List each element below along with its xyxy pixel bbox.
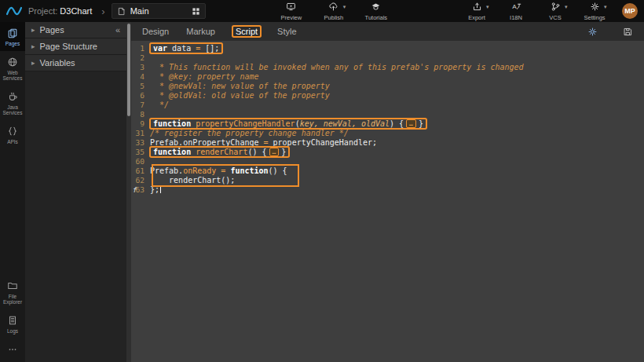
code-fold-marker[interactable]: … [406,119,416,128]
code-line-33[interactable]: 33Prefab.onPropertyChange = propertyChan… [131,138,644,148]
grid-icon[interactable] [192,7,200,16]
code-fold-marker[interactable]: … [269,148,280,156]
topbar-action-label: Preview [281,14,302,21]
left-rail-items: PagesWeb ServicesJava ServicesAPIs [0,22,25,149]
left-rail: PagesWeb ServicesJava ServicesAPIs File … [0,22,25,362]
rail-item-apis[interactable]: APIs [0,120,25,149]
chevron-right-icon: ▸ [31,42,35,50]
explorer-section-label: Page Structure [40,42,97,51]
topbar-action-label: VCS [549,14,561,21]
code-line-5[interactable]: 5 * @newVal: new value of the property [131,82,644,91]
topbar-action-label: Export [468,14,485,21]
topbar-action-vcs[interactable]: ▾VCS [540,2,570,21]
topbar-action-i18n[interactable]: AI18N [501,2,531,21]
code-line-7[interactable]: 7 */ [131,101,644,110]
rail-item-more[interactable] [0,338,25,362]
line-number: 31 [131,129,150,138]
page-tab-main[interactable]: Main [112,3,206,19]
code-line-9[interactable]: 9function propertyChangeHandler(key, new… [131,119,644,129]
rail-item-label: APIs [7,139,18,144]
panel-scrollbar-thumb[interactable] [127,24,130,116]
apis-icon [7,126,18,137]
code-line-8[interactable]: 8 [131,110,644,119]
line-number: 3 [131,63,150,72]
explorer-section-variables[interactable]: ▸Variables [25,55,126,71]
line-number: 8 [131,110,150,119]
code-line-4[interactable]: 4 * @key: property name [131,72,644,82]
code-line-3[interactable]: 3 * This function will be invoked when a… [131,63,644,72]
collapse-panel-icon[interactable]: « [115,25,120,35]
tab-markup[interactable]: Markup [186,27,215,36]
topbar-action-tutorials[interactable]: Tutorials [361,2,391,21]
caret-down-icon: ▾ [486,4,489,10]
code-text: function renderChart() {…} [150,148,288,157]
editor-tabs: DesignMarkupScriptStyle [142,27,297,36]
pages-icon [7,27,18,38]
explorer-section-pages[interactable]: ▸Pages« [25,22,126,38]
code-line-2[interactable]: 2 [131,53,644,63]
rail-item-label: Web Services [1,70,24,81]
code-line-61[interactable]: 61Prefab.onReady = function() { [131,166,644,176]
code-line-6[interactable]: 6 * @oldVal: old value of the property [131,91,644,101]
topbar-action-label: Settings [584,14,605,21]
editor-area: DesignMarkupScriptStyle 1var data = [];2… [131,22,644,362]
svg-text:A: A [512,3,517,10]
code-text: * This function will be invoked when any… [150,63,524,72]
chevron-right-icon[interactable]: › [101,5,104,17]
save-icon[interactable] [623,27,633,37]
code-text: }; [150,185,161,195]
rail-item-web-services[interactable]: Web Services [0,51,25,86]
caret-down-icon: ▾ [604,4,607,10]
code-line-62[interactable]: 62 renderChart(); [131,176,644,185]
project-breadcrumb: Project: D3Chart [28,6,92,16]
chevron-right-icon: ▸ [31,59,35,67]
topbar-action-publish[interactable]: ▾Publish [319,2,349,21]
chevron-right-icon: ▸ [31,26,35,34]
rail-item-logs[interactable]: Logs [0,309,25,338]
topbar-action-export[interactable]: ▾Export [462,2,492,21]
tab-style[interactable]: Style [277,27,296,36]
rail-item-pages[interactable]: Pages [0,22,25,51]
line-number: 61 [131,166,150,176]
code-text: * @key: property name [150,72,258,82]
i18n-icon: A [511,2,521,13]
more-icon [7,344,18,355]
rail-item-label: Logs [7,328,18,334]
project-name: D3Chart [60,6,92,16]
topbar-action-label: Publish [324,14,344,21]
line-number: 9 [131,119,150,129]
publish-icon: ▾ [328,2,338,13]
code-line-63[interactable]: f63}; [131,185,644,195]
topbar-right-actions: ▾ExportAI18N▾VCS▾Settings [462,2,609,21]
avatar[interactable]: MP [622,3,638,19]
code-line-35[interactable]: 35function renderChart() {…} [131,148,644,157]
explorer-section-page-structure[interactable]: ▸Page Structure [25,38,126,55]
vcs-icon: ▾ [551,2,561,13]
code-line-60[interactable]: 60 [131,157,644,166]
code-text: Prefab.onPropertyChange = propertyChange… [150,138,377,148]
page-tab-label: Main [130,6,149,16]
tab-design[interactable]: Design [142,27,169,36]
line-number: f63 [131,185,150,195]
explorer-section-label: Variables [40,58,75,68]
export-icon: ▾ [472,2,482,13]
code-line-1[interactable]: 1var data = []; [131,44,644,53]
code-line-31[interactable]: 31/* register the property change handle… [131,129,644,138]
panel-scrollbar[interactable] [126,22,131,362]
line-number: 60 [131,157,150,166]
tab-script[interactable]: Script [233,27,260,36]
line-number: 4 [131,72,150,82]
rail-item-file-explorer[interactable]: File Explorer [0,275,25,309]
line-number: 5 [131,82,150,91]
page-icon [117,7,126,16]
logs-icon [7,315,18,326]
code-editor[interactable]: 1var data = [];23 * This function will b… [131,41,644,362]
topbar-action-settings[interactable]: ▾Settings [580,2,609,21]
settings-icon: ▾ [590,2,600,13]
gutter-marker: f [133,185,137,195]
explorer-panel: ▸Pages«▸Page Structure▸Variables [25,22,126,362]
topbar-action-preview[interactable]: Preview [276,2,306,21]
settings-gear-icon[interactable] [587,27,598,37]
line-number: 33 [131,138,150,148]
rail-item-java-services[interactable]: Java Services [0,86,25,120]
